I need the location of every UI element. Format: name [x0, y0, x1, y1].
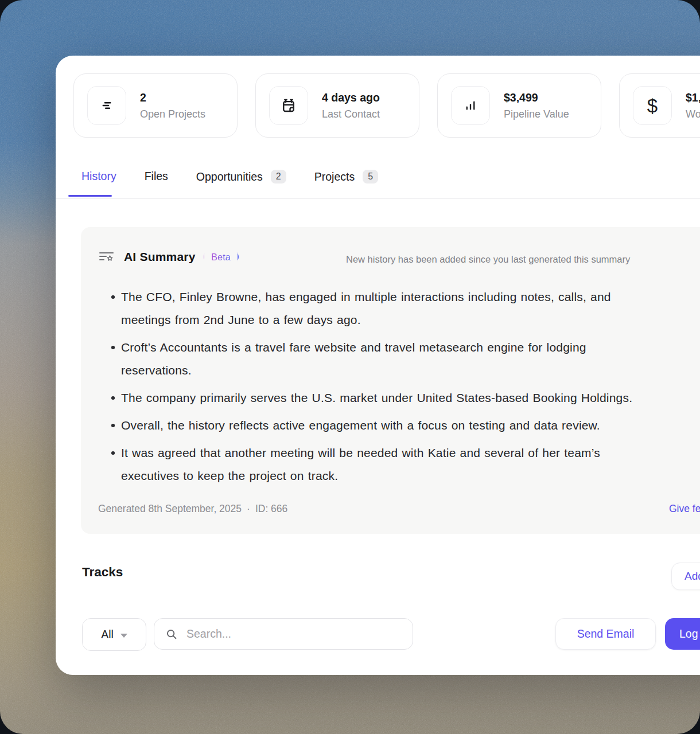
search-icon: [165, 628, 178, 641]
ai-summary-bullet-list: The CFO, Finley Browne, has engaged in m…: [81, 286, 700, 492]
beta-badge: Beta: [204, 251, 239, 263]
bar-chart-icon: [451, 86, 490, 125]
stat-cards-row: 2 Open Projects 4 days ago Last Contact: [73, 73, 700, 138]
summary-id-text: ID: 666: [255, 503, 287, 515]
tab-label: Opportunities: [196, 170, 263, 184]
tracks-search-box: [154, 618, 413, 650]
tab-files[interactable]: Files: [145, 170, 168, 197]
ai-summary-bullet: Croft’s Accountants is a travel fare web…: [81, 336, 700, 382]
tab-history[interactable]: History: [81, 170, 116, 197]
ai-summary-stale-notice: New history has been added since you las…: [346, 254, 630, 265]
tab-label: Files: [145, 170, 168, 183]
tracks-section-title: Tracks: [82, 565, 123, 580]
stat-card-won-value[interactable]: $ $1,500 Won Value: [619, 73, 700, 138]
ai-summary-card: AI Summary Beta New history has been add…: [81, 227, 700, 534]
search-input[interactable]: [185, 627, 402, 641]
tab-projects[interactable]: Projects 5: [314, 170, 378, 197]
tab-label: History: [81, 170, 116, 183]
calendar-icon: [269, 86, 308, 125]
stat-label: Last Contact: [322, 108, 380, 120]
projects-count-badge: 5: [363, 170, 378, 184]
ai-summary-bullet: Overall, the history reflects active eng…: [81, 414, 700, 437]
give-feedback-link[interactable]: Give feedback: [669, 503, 700, 515]
stat-card-last-contact[interactable]: 4 days ago Last Contact: [255, 73, 419, 138]
ai-summary-bullet: The company primarily serves the U.S. ma…: [81, 386, 700, 409]
beta-badge-label: Beta: [211, 252, 231, 262]
stat-label: Won Value: [686, 108, 700, 120]
generated-date-text: Generated 8th September, 2025: [98, 503, 242, 515]
tracks-filter-select[interactable]: All: [82, 618, 146, 651]
dollar-icon: $: [633, 86, 672, 125]
ai-summary-footer: Generated 8th September, 2025 · ID: 666: [98, 503, 287, 515]
stat-value: $1,500: [686, 91, 700, 104]
footer-separator: ·: [247, 503, 250, 515]
stat-value: 2: [140, 91, 205, 104]
tab-bar: History Files Opportunities 2 Projects 5: [81, 170, 378, 197]
stat-value: 4 days ago: [322, 91, 380, 104]
ai-summary-bullet: It was agreed that another meeting will …: [81, 442, 700, 487]
ai-summary-lines-star-icon: [99, 250, 115, 264]
log-activity-button[interactable]: Log Activity: [665, 618, 700, 650]
tabbar-divider: [56, 198, 700, 199]
filter-selected-value: All: [101, 628, 114, 641]
stat-label: Open Projects: [140, 108, 205, 120]
ai-summary-bullet: The CFO, Finley Browne, has engaged in m…: [81, 286, 700, 331]
opportunities-count-badge: 2: [271, 170, 286, 184]
stat-card-open-projects[interactable]: 2 Open Projects: [73, 73, 238, 138]
chevron-down-icon: [120, 634, 127, 638]
send-email-button[interactable]: Send Email: [555, 618, 656, 650]
ai-summary-header: AI Summary Beta: [99, 250, 239, 264]
stat-card-pipeline-value[interactable]: $3,499 Pipeline Value: [437, 73, 601, 138]
main-panel: 2 Open Projects 4 days ago Last Contact: [56, 56, 700, 675]
tab-label: Projects: [314, 170, 355, 184]
ai-summary-title: AI Summary: [124, 250, 196, 264]
filter-lines-icon: [87, 86, 126, 125]
add-track-button[interactable]: Add Track: [671, 563, 700, 590]
stat-value: $3,499: [504, 91, 569, 104]
tab-opportunities[interactable]: Opportunities 2: [196, 170, 286, 197]
stat-label: Pipeline Value: [504, 108, 569, 120]
